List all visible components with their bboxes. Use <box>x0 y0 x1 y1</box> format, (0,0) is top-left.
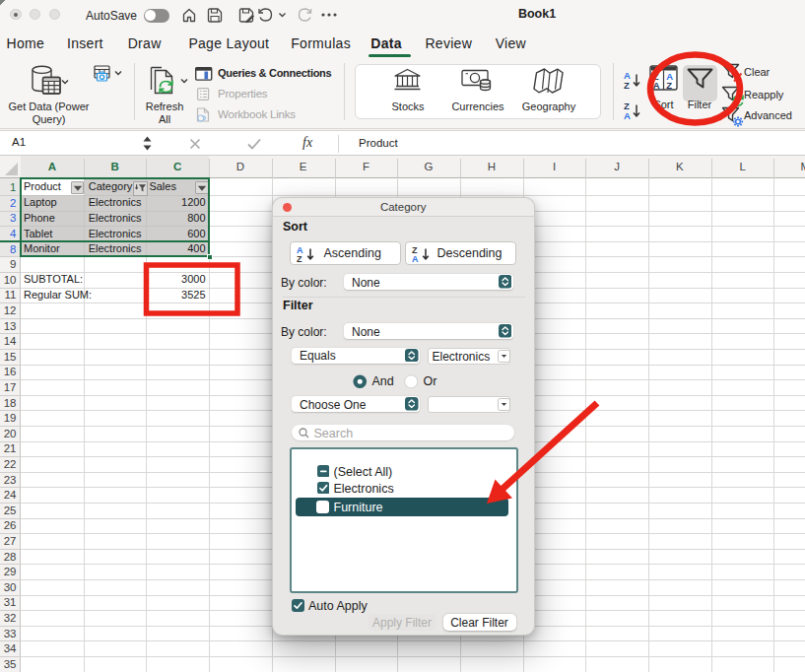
svg-text:Z: Z <box>666 80 672 91</box>
svg-text:Z: Z <box>297 253 302 262</box>
svg-text:A: A <box>653 80 660 91</box>
svg-text:A: A <box>624 110 631 120</box>
svg-text:Z: Z <box>624 80 630 90</box>
svg-text:A: A <box>412 253 419 262</box>
